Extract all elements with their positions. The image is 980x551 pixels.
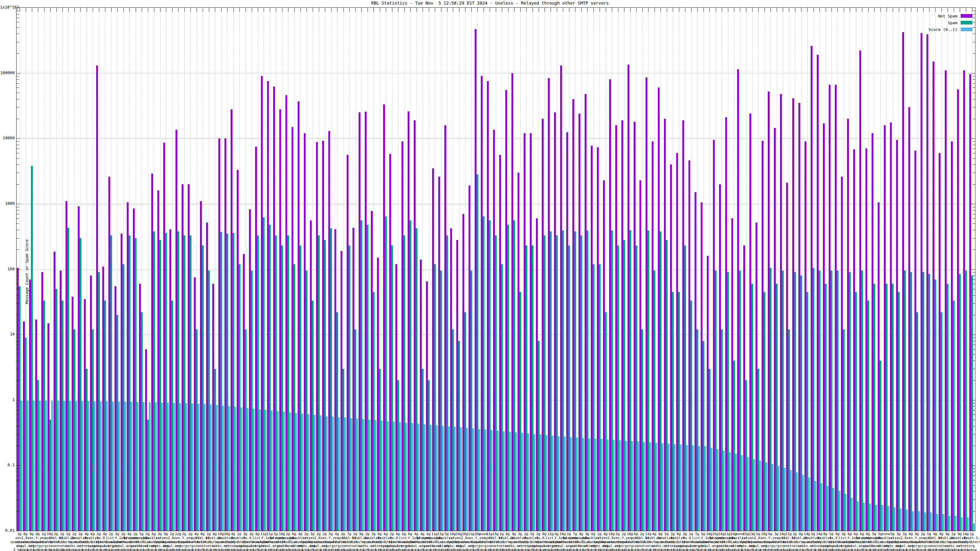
y-minor-tick bbox=[973, 214, 975, 214]
legend-entry: Spam bbox=[895, 21, 972, 25]
x-tick-label: 4@ bbox=[231, 532, 235, 536]
x-tick-label: 0@ bbox=[799, 532, 803, 536]
bar-score bbox=[271, 411, 272, 531]
x-tick-label: net bbox=[175, 544, 181, 548]
x-tick-label: 0@ bbox=[823, 532, 827, 536]
x-tick-label: 2@ bbox=[207, 532, 210, 536]
bar-spam bbox=[916, 312, 918, 531]
x-tick bbox=[56, 8, 57, 12]
bar-score bbox=[124, 402, 126, 531]
x-tick-label: 11@ bbox=[260, 532, 266, 536]
x-tick bbox=[398, 8, 398, 12]
x-tick-label: 2@ bbox=[41, 532, 46, 536]
y-minor-tick bbox=[973, 480, 975, 480]
x-tick bbox=[117, 8, 118, 12]
x-tick-label: zen. bbox=[241, 536, 249, 540]
bar-score bbox=[881, 505, 883, 531]
x-tick-label: 9@ bbox=[579, 532, 583, 536]
x-tick-label: org bbox=[181, 544, 187, 548]
bar-score bbox=[741, 455, 743, 531]
bar-score bbox=[185, 403, 187, 531]
x-tick bbox=[471, 8, 472, 12]
y-minor-tick bbox=[973, 141, 975, 142]
y-minor-tick bbox=[973, 500, 975, 500]
x-tick-label: 10@ bbox=[279, 532, 285, 536]
bar-score bbox=[821, 483, 822, 531]
x-tick-label: 7@ bbox=[347, 532, 351, 536]
x-tick bbox=[667, 8, 667, 12]
bar-score bbox=[729, 452, 731, 531]
bar-score bbox=[289, 412, 291, 531]
bar-score bbox=[118, 402, 120, 531]
y-minor-tick bbox=[16, 53, 19, 54]
x-tick bbox=[221, 8, 221, 12]
bar-score bbox=[784, 468, 786, 531]
x-tick-label: 4@ bbox=[426, 532, 430, 536]
x-tick bbox=[392, 8, 392, 12]
bar-score bbox=[112, 402, 114, 531]
bar-score bbox=[210, 404, 212, 531]
x-tick bbox=[581, 8, 582, 12]
x-tick-label: org bbox=[773, 544, 780, 548]
x-tick-label: 9@ bbox=[945, 532, 950, 536]
bar-score bbox=[521, 433, 523, 531]
x-tick-label: Y. bbox=[701, 536, 705, 540]
bar-score bbox=[442, 426, 444, 531]
y-minor-tick bbox=[973, 491, 975, 492]
y-minor-tick bbox=[973, 42, 975, 42]
bar-score bbox=[588, 438, 590, 531]
bar-score bbox=[515, 432, 517, 531]
bar-score bbox=[863, 503, 865, 531]
x-tick-label: zen. bbox=[613, 536, 622, 540]
bar-score bbox=[802, 475, 804, 531]
y-minor-tick bbox=[16, 42, 19, 42]
x-tick-label: 5@ bbox=[665, 532, 668, 536]
x-tick-label: 9@ bbox=[164, 532, 168, 536]
y-minor-tick bbox=[16, 414, 19, 415]
x-tick-label: net bbox=[908, 544, 914, 548]
y-minor-tick bbox=[973, 403, 975, 403]
x-tick-label: net bbox=[346, 544, 352, 548]
x-tick bbox=[111, 8, 111, 12]
y-minor-tick bbox=[973, 485, 975, 486]
bar-score bbox=[973, 524, 975, 531]
x-tick bbox=[215, 8, 215, 12]
x-tick-label: 2@ bbox=[597, 532, 601, 536]
bar-score bbox=[240, 407, 242, 531]
y-minor-tick bbox=[16, 148, 19, 149]
bar-score bbox=[167, 403, 169, 531]
bar-score bbox=[381, 421, 382, 531]
x-tick-label: org bbox=[187, 544, 193, 548]
y-minor-tick bbox=[973, 148, 975, 149]
bar-score bbox=[283, 412, 285, 531]
bar-score bbox=[814, 481, 816, 531]
x-tick bbox=[423, 8, 423, 12]
x-tick bbox=[911, 8, 912, 12]
x-tick-label: 6@ bbox=[378, 532, 382, 536]
x-tick bbox=[429, 8, 429, 12]
x-tick-label: 9@ bbox=[958, 532, 962, 536]
x-tick-label: 10@ bbox=[450, 532, 456, 536]
bar-score bbox=[759, 461, 761, 531]
x-tick-label: 2@ bbox=[121, 532, 125, 536]
x-tick bbox=[923, 8, 924, 12]
y-tick-label: 0.01 bbox=[0, 528, 15, 533]
x-tick bbox=[575, 8, 576, 12]
x-tick bbox=[484, 8, 484, 12]
y-tick-label: 1 bbox=[0, 397, 15, 402]
y-minor-tick bbox=[16, 145, 19, 145]
x-tick bbox=[862, 8, 862, 12]
x-tick-label: 6@ bbox=[848, 532, 852, 536]
bar-score bbox=[631, 441, 633, 531]
x-tick-label: 2@ bbox=[951, 532, 956, 536]
x-tick bbox=[44, 8, 45, 12]
bar-score bbox=[674, 444, 676, 531]
x-tick bbox=[856, 8, 856, 12]
bar-score bbox=[247, 408, 248, 531]
x-tick-label: 5@ bbox=[829, 532, 833, 536]
x-tick-label: 6@ bbox=[408, 532, 412, 536]
x-tick-label: 2@ bbox=[390, 532, 393, 536]
y-minor-tick bbox=[973, 410, 975, 411]
x-tick-label: 2@ bbox=[133, 532, 137, 536]
x-tick-label: net bbox=[499, 544, 505, 548]
